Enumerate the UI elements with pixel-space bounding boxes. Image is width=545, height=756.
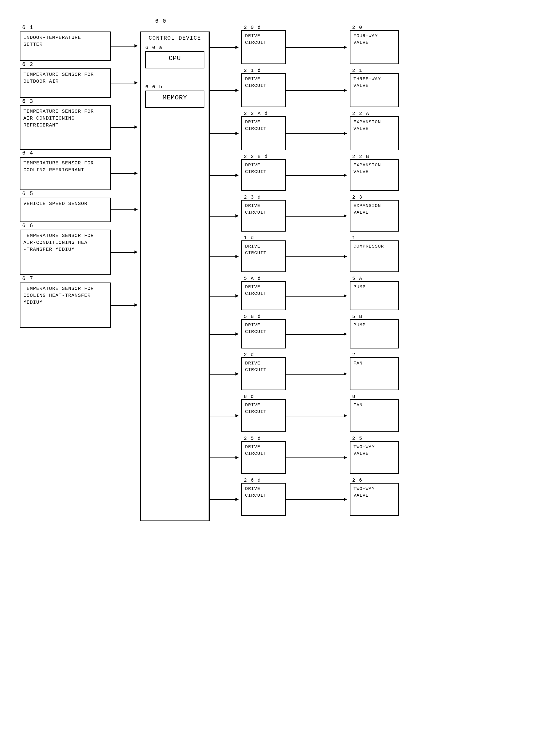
connector-line [209, 175, 236, 176]
input-box-4: VEHICLE SPEED SENSOR [20, 198, 111, 222]
ref-label: 2 5 [352, 436, 363, 441]
connector-line [209, 47, 236, 48]
arrow: ▶ [344, 88, 347, 93]
arrow: ▶ [344, 293, 347, 299]
arrow: ▶ [344, 213, 347, 219]
connector-line [209, 416, 236, 416]
arrow: ▶ [235, 131, 238, 136]
output-box-7: PUMP [350, 319, 399, 348]
arrow: ▶ [344, 331, 347, 337]
connector-line [286, 47, 345, 48]
connector-line [209, 499, 236, 500]
ref-label: 6 0 a [145, 45, 162, 50]
ref-label: 2 d [244, 352, 254, 358]
ref-label: 2 3 [352, 194, 363, 200]
connector-line [286, 175, 345, 176]
arrow: ▶ [344, 45, 347, 50]
arrow: ▶ [344, 173, 347, 178]
connector-line [209, 133, 236, 134]
ref-label: 5 A [352, 276, 363, 281]
ref-label: 5 B d [244, 314, 261, 319]
ref-label: 2 0 d [244, 25, 261, 30]
arrow: ▶ [235, 413, 238, 419]
arrow: ▶ [235, 173, 238, 178]
arrow: ▶ [134, 171, 138, 176]
ref-label: 2 2 B d [244, 154, 268, 159]
connector-line [286, 216, 345, 217]
connector-line [111, 46, 135, 47]
drive-circuit-box-3: DRIVECIRCUIT [241, 159, 286, 191]
arrow: ▶ [344, 413, 347, 419]
ref-label: 2 1 d [244, 68, 261, 73]
drive-circuit-box-9: DRIVECIRCUIT [241, 399, 286, 432]
arrow: ▶ [134, 80, 138, 86]
output-box-10: TWO-WAYVALVE [350, 441, 399, 474]
arrow: ▶ [235, 331, 238, 337]
ref-label: 6 0 b [145, 84, 162, 90]
arrow: ▶ [134, 250, 138, 255]
drive-circuit-box-2: DRIVECIRCUIT [241, 116, 286, 150]
ref-label: 2 6 [352, 477, 363, 483]
ref-label: 6 1 [22, 25, 33, 31]
output-box-8: FAN [350, 357, 399, 390]
arrow: ▶ [344, 131, 347, 136]
ref-label: 6 0 [155, 18, 166, 24]
connector-line [286, 296, 345, 297]
drive-circuit-box-1: DRIVECIRCUIT [241, 73, 286, 107]
connector-line [209, 216, 236, 217]
output-box-3: EXPANSIONVALVE [350, 159, 399, 191]
ref-label: 2 0 [352, 25, 363, 30]
drive-circuit-box-7: DRIVECIRCUIT [241, 319, 286, 348]
input-box-1: TEMPERATURE SENSOR FOROUTDOOR AIR [20, 68, 111, 98]
arrow: ▶ [344, 497, 347, 502]
input-box-3: TEMPERATURE SENSOR FORCOOLING REFRIGERAN… [20, 157, 111, 190]
output-box-11: TWO-WAYVALVE [350, 483, 399, 516]
connector-line [209, 457, 236, 458]
arrow: ▶ [344, 455, 347, 460]
ref-label: 1 [352, 235, 356, 241]
connector-line [286, 374, 345, 375]
connector-line [286, 457, 345, 458]
ref-label: 2 2 A [352, 111, 370, 116]
input-box-6: TEMPERATURE SENSOR FORCOOLING HEAT-TRANS… [20, 283, 111, 328]
connector-line [286, 133, 345, 134]
connector-line [286, 90, 345, 91]
connector-line [209, 296, 236, 297]
arrow: ▶ [235, 213, 238, 219]
connector-line [111, 173, 135, 174]
ref-label: 6 2 [22, 62, 33, 68]
drive-circuit-box-6: DRIVECIRCUIT [241, 281, 286, 310]
ref-label: 5 A d [244, 276, 261, 281]
output-box-4: EXPANSIONVALVE [350, 200, 399, 232]
ref-label: 6 3 [22, 98, 33, 105]
ref-label: 5 B [352, 314, 363, 319]
ref-label: 8 [352, 394, 356, 399]
connector-line [209, 90, 236, 91]
arrow: ▶ [134, 125, 138, 130]
ref-label: 2 2 A d [244, 111, 268, 116]
arrow: ▶ [235, 254, 238, 259]
input-box-2: TEMPERATURE SENSOR FORAIR-CONDITIONINGRE… [20, 105, 111, 150]
output-box-6: PUMP [350, 281, 399, 310]
connector-line [111, 83, 135, 83]
connector-line [111, 252, 135, 253]
arrow: ▶ [235, 455, 238, 460]
ref-label: 2 6 d [244, 477, 261, 483]
ref-label: 2 5 d [244, 436, 261, 441]
drive-circuit-box-11: DRIVECIRCUIT [241, 483, 286, 516]
connector-line [111, 127, 135, 128]
cpu-box: CPU [145, 51, 204, 68]
ref-label: 6 7 [22, 276, 33, 282]
connector-line [209, 334, 236, 335]
output-box-5: COMPRESSOR [350, 240, 399, 272]
drive-circuit-box-10: DRIVECIRCUIT [241, 441, 286, 474]
arrow: ▶ [235, 88, 238, 93]
connector-line [286, 256, 345, 257]
drive-circuit-box-5: DRIVECIRCUIT [241, 240, 286, 272]
connector-line [111, 305, 135, 306]
diagram: 6 1INDOOR-TEMPERATURESETTER▶6 2TEMPERATU… [10, 20, 527, 564]
input-box-0: INDOOR-TEMPERATURESETTER [20, 31, 111, 61]
drive-circuit-box-4: DRIVECIRCUIT [241, 200, 286, 232]
arrow: ▶ [235, 45, 238, 50]
arrow: ▶ [235, 497, 238, 502]
